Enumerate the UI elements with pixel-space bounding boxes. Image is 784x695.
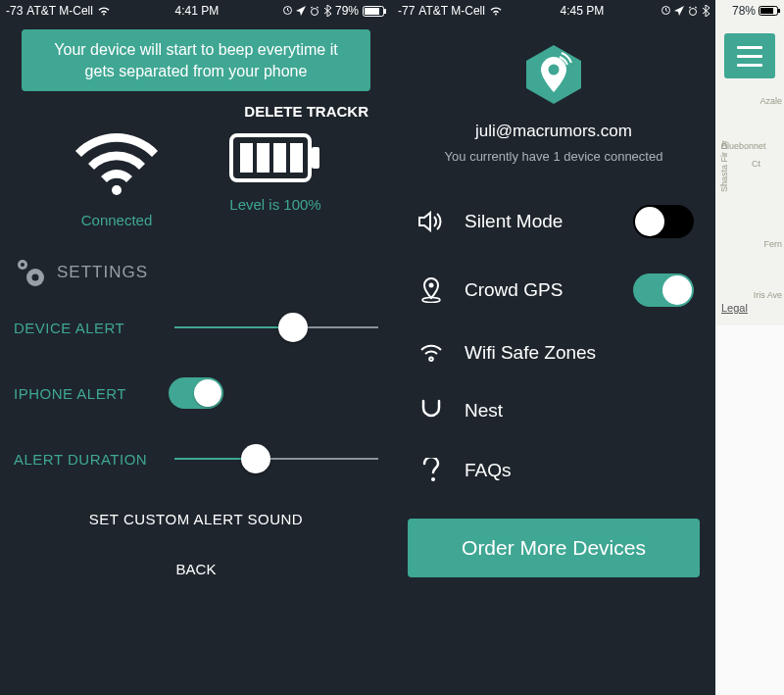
svg-rect-24 — [778, 9, 780, 13]
map-panel[interactable]: 78% Azale Bluebonnet Ct Shasta Fir Dr Fe… — [715, 0, 784, 695]
pin-icon — [417, 277, 445, 303]
battery-status: Level is 100% — [202, 133, 349, 228]
device-count-text: You currently have 1 device connected — [392, 149, 715, 187]
battery-percent: 79% — [335, 4, 359, 18]
side-drawer: -77 AT&T M-Cell 4:45 PM juli@macrumors.c… — [392, 0, 715, 695]
menu-crowd-gps[interactable]: Crowd GPS — [392, 256, 715, 324]
status-bar: -77 AT&T M-Cell 4:45 PM — [392, 0, 715, 22]
svg-point-21 — [431, 477, 435, 481]
svg-rect-6 — [312, 147, 319, 169]
map-blank-area — [715, 325, 784, 695]
battery-icon — [363, 6, 386, 17]
iphone-alert-row: IPHONE ALERT — [0, 377, 392, 444]
iphone-alert-toggle[interactable] — [169, 377, 223, 409]
location-icon — [674, 6, 684, 16]
map-legal-link[interactable]: Legal — [721, 302, 748, 314]
status-bar: -73 AT&T M-Cell 4:41 PM 79% — [0, 0, 392, 22]
device-alert-label: DEVICE ALERT — [14, 320, 169, 336]
battery-percent: 78% — [732, 4, 756, 18]
back-button[interactable]: BACK — [0, 555, 392, 577]
question-icon — [417, 458, 445, 483]
svg-point-14 — [21, 263, 24, 267]
device-status-row: Connected Level is 100% — [0, 133, 392, 258]
silent-mode-toggle[interactable] — [633, 205, 694, 238]
wifi-large-icon — [72, 133, 162, 198]
alarm-icon — [310, 6, 319, 16]
connected-label: Connected — [81, 212, 153, 228]
svg-point-20 — [422, 298, 440, 303]
carrier-label: AT&T M-Cell — [26, 4, 93, 18]
signal-strength: -77 — [398, 4, 415, 18]
road-label: Shasta Fir Dr — [719, 140, 729, 192]
clock: 4:45 PM — [561, 4, 605, 18]
menu-label: Crowd GPS — [465, 279, 613, 301]
gear-icon — [14, 258, 47, 287]
carrier-label: AT&T M-Cell — [418, 4, 485, 18]
trackr-logo-icon — [522, 43, 585, 106]
bluetooth-icon — [323, 5, 331, 17]
nest-icon — [417, 399, 445, 422]
menu-label: Wifi Safe Zones — [465, 342, 694, 364]
settings-header: SETTINGS — [0, 258, 392, 313]
road-label: Ct — [752, 159, 760, 169]
road-label: Iris Ave — [754, 290, 782, 300]
wifi-icon — [97, 6, 111, 16]
road-label: Azale — [760, 96, 782, 106]
device-alert-slider[interactable] — [174, 313, 378, 342]
trackr-logo — [392, 22, 715, 122]
menu-label: Nest — [465, 400, 694, 422]
menu-toggle-button[interactable] — [724, 33, 775, 78]
svg-rect-23 — [760, 8, 773, 14]
order-more-button[interactable]: Order More Devices — [408, 519, 700, 577]
speaker-icon — [417, 211, 445, 232]
svg-point-16 — [689, 9, 696, 16]
lock-icon — [283, 6, 292, 17]
delete-trackr-button[interactable]: DELETE TRACKR — [0, 103, 392, 133]
menu-faqs[interactable]: FAQs — [392, 440, 715, 501]
svg-rect-8 — [257, 143, 270, 173]
wifi-icon — [417, 343, 445, 363]
menu-silent-mode[interactable]: Silent Mode — [392, 187, 715, 256]
crowd-gps-toggle[interactable] — [633, 273, 694, 307]
account-email: juli@macrumors.com — [392, 122, 715, 149]
signal-strength: -73 — [6, 4, 23, 18]
separation-banner: Your device will start to beep everytime… — [22, 29, 370, 91]
svg-point-19 — [429, 283, 434, 288]
alert-duration-label: ALERT DURATION — [14, 451, 169, 468]
device-alert-row: DEVICE ALERT — [0, 313, 392, 377]
screen-account-menu: -77 AT&T M-Cell 4:45 PM juli@macrumors.c… — [392, 0, 784, 695]
alarm-icon — [688, 6, 698, 16]
alert-duration-slider[interactable] — [174, 444, 378, 473]
battery-icon — [759, 6, 780, 16]
battery-level-label: Level is 100% — [229, 196, 320, 213]
menu-label: FAQs — [465, 460, 694, 481]
svg-rect-10 — [290, 143, 303, 173]
set-custom-sound-button[interactable]: SET CUSTOM ALERT SOUND — [0, 509, 392, 555]
lock-icon — [662, 6, 670, 17]
settings-label: SETTINGS — [57, 263, 148, 282]
svg-point-1 — [311, 9, 318, 16]
alert-duration-row: ALERT DURATION — [0, 444, 392, 509]
svg-rect-4 — [384, 9, 386, 14]
svg-point-12 — [32, 274, 39, 281]
location-icon — [296, 6, 306, 16]
clock: 4:41 PM — [175, 4, 220, 18]
bluetooth-icon — [702, 5, 710, 17]
svg-point-18 — [549, 65, 560, 75]
battery-large-icon — [229, 133, 321, 182]
wifi-icon — [489, 6, 503, 16]
screen-settings: -73 AT&T M-Cell 4:41 PM 79% Your device … — [0, 0, 392, 695]
menu-label: Silent Mode — [465, 211, 613, 232]
menu-wifi-zones[interactable]: Wifi Safe Zones — [392, 324, 715, 381]
iphone-alert-label: IPHONE ALERT — [14, 385, 169, 402]
menu-nest[interactable]: Nest — [392, 381, 715, 440]
svg-rect-7 — [240, 143, 253, 173]
road-label: Fern — [763, 239, 782, 249]
connection-status: Connected — [43, 133, 190, 228]
svg-rect-3 — [365, 8, 379, 15]
svg-rect-9 — [273, 143, 286, 173]
